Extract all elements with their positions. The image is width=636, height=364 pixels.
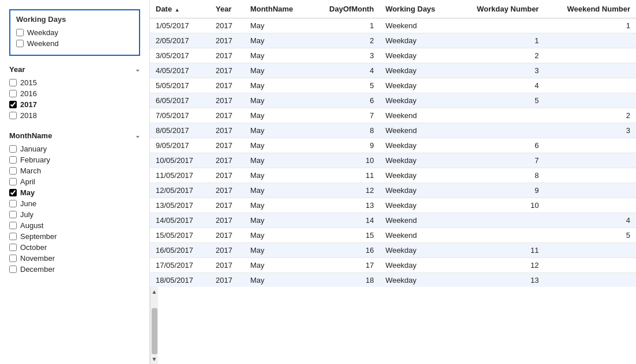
table-row[interactable]: 13/05/20172017May13Weekday10 (150, 198, 636, 213)
cell-6-date: 7/05/2017 (150, 108, 210, 123)
table-wrapper[interactable]: Date ▲YearMonthNameDayOfMonthWorking Day… (150, 0, 636, 287)
month-item-December[interactable]: December (9, 265, 140, 274)
cell-0-weekendnumber: 1 (544, 18, 636, 33)
month-item-May[interactable]: May (9, 188, 140, 197)
year-item-2016[interactable]: 2016 (9, 89, 140, 98)
cell-10-year: 2017 (210, 168, 244, 183)
month-label-November: November (20, 254, 55, 263)
cell-9-workdaynumber: 7 (455, 153, 545, 168)
cell-7-year: 2017 (210, 123, 244, 138)
month-checkbox-March[interactable] (9, 167, 17, 175)
table-row[interactable]: 12/05/20172017May12Weekday9 (150, 183, 636, 198)
cell-2-date: 3/05/2017 (150, 48, 210, 63)
weekend-checkbox-item[interactable]: Weekend (16, 39, 133, 48)
table-row[interactable]: 8/05/20172017May8Weekend3 (150, 123, 636, 138)
cell-4-workingdays: Weekday (379, 78, 454, 93)
col-header-workdaynumber[interactable]: Workday Number (455, 0, 545, 18)
cell-16-workdaynumber: 12 (455, 258, 545, 273)
cell-17-date: 18/05/2017 (150, 273, 210, 287)
weekday-checkbox-item[interactable]: Weekday (16, 28, 133, 37)
month-checkbox-October[interactable] (9, 244, 17, 251)
scrollbar-track[interactable]: ▲ ▼ (150, 287, 158, 364)
month-checkbox-January[interactable] (9, 145, 17, 153)
year-item-2017[interactable]: 2017 (9, 100, 140, 109)
table-row[interactable]: 17/05/20172017May17Weekday12 (150, 258, 636, 273)
cell-0-workdaynumber (455, 18, 545, 33)
year-filter-header[interactable]: Year ⌄ (9, 65, 140, 74)
year-checkbox-2018[interactable] (9, 112, 17, 119)
month-item-March[interactable]: March (9, 166, 140, 175)
year-checkbox-2017[interactable] (9, 101, 17, 108)
table-row[interactable]: 1/05/20172017May1Weekend1 (150, 18, 636, 33)
cell-14-dayofmonth: 15 (311, 228, 379, 243)
month-item-June[interactable]: June (9, 199, 140, 208)
month-label-January: January (20, 145, 47, 153)
cell-6-workdaynumber (455, 108, 545, 123)
month-checkbox-February[interactable] (9, 156, 17, 164)
year-item-2018[interactable]: 2018 (9, 111, 140, 120)
month-checkbox-May[interactable] (9, 189, 17, 196)
table-row[interactable]: 4/05/20172017May4Weekday3 (150, 63, 636, 78)
month-checkbox-August[interactable] (9, 222, 17, 229)
cell-5-weekendnumber (544, 93, 636, 108)
col-header-weekendnumber[interactable]: Weekend Number (544, 0, 636, 18)
cell-6-weekendnumber: 2 (544, 108, 636, 123)
cell-9-dayofmonth: 10 (311, 153, 379, 168)
weekend-checkbox[interactable] (16, 40, 24, 47)
cell-1-date: 2/05/2017 (150, 33, 210, 48)
year-item-2015[interactable]: 2015 (9, 78, 140, 87)
table-row[interactable]: 3/05/20172017May3Weekday2 (150, 48, 636, 63)
table-body: 1/05/20172017May1Weekend12/05/20172017Ma… (150, 18, 636, 287)
table-row[interactable]: 15/05/20172017May15Weekend5 (150, 228, 636, 243)
table-row[interactable]: 10/05/20172017May10Weekday7 (150, 153, 636, 168)
table-header-row: Date ▲YearMonthNameDayOfMonthWorking Day… (150, 0, 636, 18)
col-header-dayofmonth[interactable]: DayOfMonth (311, 0, 379, 18)
cell-12-monthname: May (244, 198, 311, 213)
month-item-August[interactable]: August (9, 221, 140, 230)
cell-16-monthname: May (244, 258, 311, 273)
month-checkbox-July[interactable] (9, 211, 17, 218)
col-header-workingdays[interactable]: Working Days (379, 0, 454, 18)
month-checkbox-April[interactable] (9, 178, 17, 185)
col-header-monthname[interactable]: MonthName (244, 0, 311, 18)
cell-0-dayofmonth: 1 (311, 18, 379, 33)
month-item-October[interactable]: October (9, 243, 140, 252)
year-checkbox-2016[interactable] (9, 90, 17, 97)
table-row[interactable]: 6/05/20172017May6Weekday5 (150, 93, 636, 108)
month-label-May: May (20, 188, 35, 197)
year-chevron-icon: ⌄ (135, 66, 140, 73)
month-checkbox-December[interactable] (9, 266, 17, 273)
month-checkbox-September[interactable] (9, 233, 17, 240)
month-item-April[interactable]: April (9, 177, 140, 186)
month-checkbox-November[interactable] (9, 255, 17, 262)
month-item-July[interactable]: July (9, 210, 140, 219)
cell-15-date: 16/05/2017 (150, 243, 210, 258)
weekday-checkbox[interactable] (16, 29, 24, 36)
table-row[interactable]: 11/05/20172017May11Weekday8 (150, 168, 636, 183)
table-row[interactable]: 5/05/20172017May5Weekday4 (150, 78, 636, 93)
scroll-down-arrow[interactable]: ▼ (152, 354, 157, 364)
year-checkbox-2015[interactable] (9, 79, 17, 86)
col-header-year[interactable]: Year (210, 0, 244, 18)
cell-14-monthname: May (244, 228, 311, 243)
cell-14-date: 15/05/2017 (150, 228, 210, 243)
working-days-filter: Working Days Weekday Weekend (9, 9, 140, 56)
cell-7-weekendnumber: 3 (544, 123, 636, 138)
month-checkbox-June[interactable] (9, 200, 17, 207)
month-item-September[interactable]: September (9, 232, 140, 241)
table-row[interactable]: 18/05/20172017May18Weekday13 (150, 273, 636, 287)
table-row[interactable]: 9/05/20172017May9Weekday6 (150, 138, 636, 153)
month-item-January[interactable]: January (9, 145, 140, 153)
scrollbar-thumb[interactable] (152, 308, 157, 354)
table-row[interactable]: 14/05/20172017May14Weekend4 (150, 213, 636, 228)
scroll-up-arrow[interactable]: ▲ (152, 287, 157, 297)
cell-12-weekendnumber (544, 198, 636, 213)
month-item-February[interactable]: February (9, 156, 140, 164)
month-filter-header[interactable]: MonthName ⌄ (9, 131, 140, 140)
col-header-date[interactable]: Date ▲ (150, 0, 210, 18)
table-row[interactable]: 16/05/20172017May16Weekday11 (150, 243, 636, 258)
table-row[interactable]: 7/05/20172017May7Weekend2 (150, 108, 636, 123)
table-row[interactable]: 2/05/20172017May2Weekday1 (150, 33, 636, 48)
month-item-November[interactable]: November (9, 254, 140, 263)
cell-12-dayofmonth: 13 (311, 198, 379, 213)
